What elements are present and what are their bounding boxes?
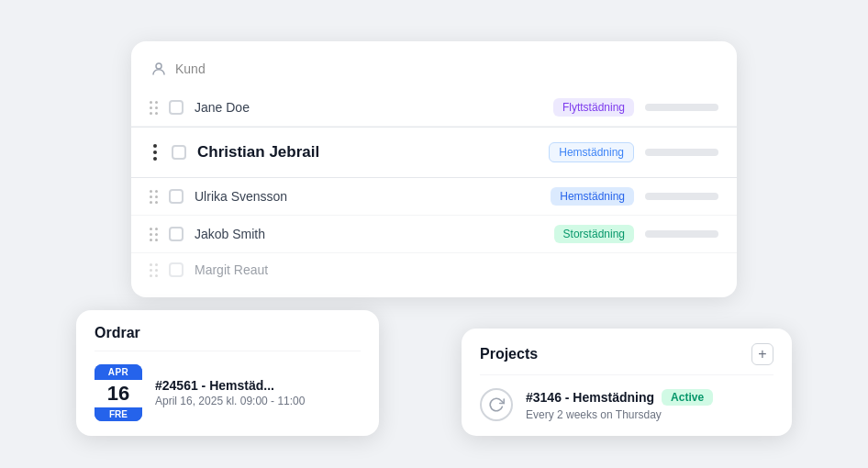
drag-handle[interactable] bbox=[150, 101, 158, 115]
customer-name: Jakob Smith bbox=[195, 227, 543, 241]
customer-list-card: Kund Jane Doe Flyttstädning Christian Je… bbox=[131, 41, 737, 297]
service-tag: Flyttstädning bbox=[553, 98, 634, 117]
list-row-highlighted[interactable]: Christian Jebrail Hemstädning bbox=[131, 127, 737, 178]
service-tag: Storstädning bbox=[554, 225, 634, 243]
row-bar bbox=[645, 104, 718, 111]
customer-name: Christian Jebrail bbox=[197, 143, 538, 162]
calendar-day: 16 bbox=[95, 380, 142, 407]
svg-point-0 bbox=[156, 63, 161, 69]
ordrar-card: Ordrar APR 16 FRE #24561 - Hemstäd... Ap… bbox=[76, 310, 379, 436]
add-project-button[interactable]: + bbox=[751, 343, 773, 365]
row-checkbox[interactable] bbox=[169, 189, 184, 204]
projects-header: Projects + bbox=[480, 343, 773, 375]
project-info: #3146 - Hemstädning Active Every 2 weeks… bbox=[526, 389, 773, 421]
calendar-dow: FRE bbox=[95, 407, 142, 421]
projects-card: Projects + #3146 - Hemstädning Active Ev… bbox=[462, 329, 792, 436]
row-checkbox[interactable] bbox=[169, 100, 184, 115]
project-item: #3146 - Hemstädning Active Every 2 weeks… bbox=[480, 388, 773, 421]
list-row[interactable]: Jane Doe Flyttstädning bbox=[131, 89, 737, 127]
projects-title: Projects bbox=[480, 346, 538, 362]
customer-name: Jane Doe bbox=[195, 100, 542, 115]
list-header: Kund bbox=[131, 52, 737, 89]
ordrar-datetime: April 16, 2025 kl. 09:00 - 11:00 bbox=[155, 395, 305, 407]
calendar-badge: APR 16 FRE bbox=[95, 364, 142, 421]
row-bar bbox=[645, 193, 718, 200]
service-tag: Hemstädning bbox=[551, 187, 634, 206]
service-tag: Hemstädning bbox=[549, 142, 634, 162]
customer-name: Ulrika Svensson bbox=[195, 189, 540, 204]
row-checkbox[interactable] bbox=[172, 145, 186, 160]
list-row[interactable]: Jakob Smith Storstädning bbox=[131, 216, 737, 253]
row-bar bbox=[645, 149, 718, 156]
row-bar bbox=[645, 230, 718, 238]
drag-handle[interactable] bbox=[150, 228, 158, 241]
list-row[interactable]: Margit Reaut bbox=[131, 253, 737, 286]
customer-name: Margit Reaut bbox=[195, 262, 718, 277]
row-checkbox[interactable] bbox=[169, 227, 184, 241]
list-row[interactable]: Ulrika Svensson Hemstädning bbox=[131, 178, 737, 216]
refresh-icon[interactable] bbox=[480, 388, 513, 421]
drag-handle[interactable] bbox=[150, 263, 158, 277]
person-icon bbox=[150, 60, 168, 78]
project-name-row: #3146 - Hemstädning Active bbox=[526, 389, 773, 406]
row-checkbox[interactable] bbox=[169, 262, 184, 277]
status-badge: Active bbox=[662, 389, 713, 406]
ordrar-number: #24561 - Hemstäd... bbox=[155, 378, 305, 393]
project-schedule: Every 2 weeks on Thursday bbox=[526, 408, 773, 421]
ordrar-title: Ordrar bbox=[95, 325, 361, 351]
ordrar-item: APR 16 FRE #24561 - Hemstäd... April 16,… bbox=[95, 364, 361, 421]
drag-handle[interactable] bbox=[150, 190, 158, 204]
row-menu-icon[interactable] bbox=[150, 140, 161, 164]
ordrar-info: #24561 - Hemstäd... April 16, 2025 kl. 0… bbox=[155, 378, 305, 407]
calendar-month: APR bbox=[95, 364, 142, 380]
project-name: #3146 - Hemstädning bbox=[526, 390, 654, 405]
kund-label: Kund bbox=[175, 61, 206, 76]
